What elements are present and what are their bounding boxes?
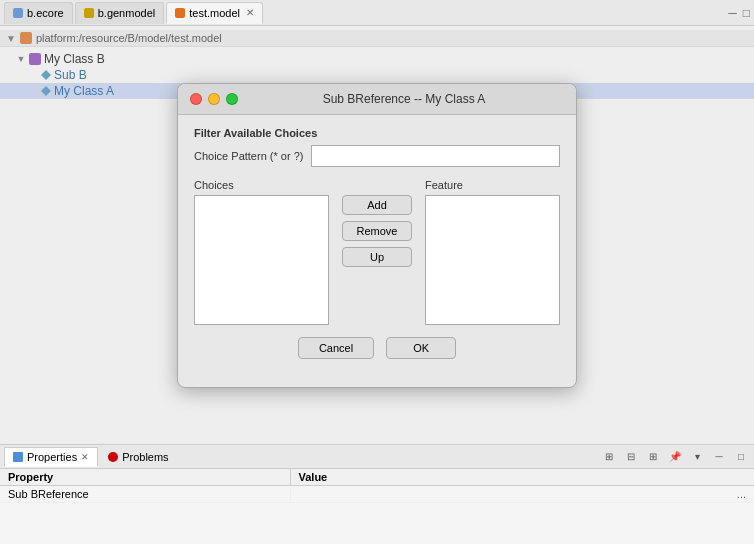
minimize-panel-icon[interactable]: ─ — [710, 448, 728, 466]
main-content: ▼ platform:/resource/B/model/test.model … — [0, 26, 754, 444]
properties-icon — [13, 452, 23, 462]
property-cell: Sub BReference — [0, 486, 290, 503]
action-buttons-column: Add Remove Up — [337, 179, 417, 267]
tab-problems[interactable]: Problems — [100, 447, 176, 467]
choice-pattern-label: Choice Pattern (* or ?) — [194, 150, 303, 162]
model-icon — [175, 8, 185, 18]
expand-icon[interactable]: ⊞ — [644, 448, 662, 466]
tab-b-genmodel-label: b.genmodel — [98, 7, 156, 19]
tab-test-model[interactable]: test.model ✕ — [166, 2, 263, 24]
feature-label: Feature — [425, 179, 560, 191]
choices-section: Choices — [194, 179, 329, 325]
choice-pattern-row: Choice Pattern (* or ?) — [194, 145, 560, 167]
feature-listbox[interactable] — [425, 195, 560, 325]
tab-properties[interactable]: Properties ✕ — [4, 447, 98, 467]
maximize-panel-icon[interactable]: □ — [732, 448, 750, 466]
new-tab-icon[interactable]: ⊞ — [600, 448, 618, 466]
cancel-button[interactable]: Cancel — [298, 337, 374, 359]
ecore-icon — [13, 8, 23, 18]
modal-overlay: Sub BReference -- My Class A Filter Avai… — [0, 26, 754, 444]
value-col-header: Value — [290, 469, 754, 486]
tab-b-ecore[interactable]: b.ecore — [4, 2, 73, 24]
tab-test-model-label: test.model — [189, 7, 240, 19]
property-col-header: Property — [0, 469, 290, 486]
problems-icon — [108, 452, 118, 462]
genmodel-icon — [84, 8, 94, 18]
chevron-down-icon[interactable]: ▾ — [688, 448, 706, 466]
modal-titlebar: Sub BReference -- My Class A — [178, 84, 576, 115]
tree-panel: ▼ platform:/resource/B/model/test.model … — [0, 26, 754, 444]
modal-max-btn[interactable] — [226, 93, 238, 105]
modal-title: Sub BReference -- My Class A — [244, 92, 564, 106]
bottom-toolbar: ⊞ ⊟ ⊞ 📌 ▾ ─ □ — [600, 448, 750, 466]
tab-bar: b.ecore b.genmodel test.model ✕ ─ □ — [0, 0, 754, 26]
modal-body: Filter Available Choices Choice Pattern … — [178, 115, 576, 371]
tab-properties-label: Properties — [27, 451, 77, 463]
value-dots[interactable]: ... — [737, 488, 746, 500]
modal-footer: Cancel OK — [194, 325, 560, 359]
filter-section: Filter Available Choices Choice Pattern … — [194, 127, 560, 167]
up-button[interactable]: Up — [342, 247, 412, 267]
choices-listbox[interactable] — [194, 195, 329, 325]
collapse-icon[interactable]: ⊟ — [622, 448, 640, 466]
filter-label: Filter Available Choices — [194, 127, 560, 139]
remove-button[interactable]: Remove — [342, 221, 412, 241]
tab-close-icon[interactable]: ✕ — [246, 7, 254, 18]
maximize-icon[interactable]: □ — [743, 6, 750, 20]
tab-b-ecore-label: b.ecore — [27, 7, 64, 19]
table-row: Sub BReference ... — [0, 486, 754, 503]
modal-close-btn[interactable] — [190, 93, 202, 105]
tab-problems-label: Problems — [122, 451, 168, 463]
tab-bar-controls: ─ □ — [728, 6, 750, 20]
tab-b-genmodel[interactable]: b.genmodel — [75, 2, 165, 24]
minimize-icon[interactable]: ─ — [728, 6, 737, 20]
choices-feature-row: Choices Add Remove Up Feature — [194, 179, 560, 325]
modal-min-btn[interactable] — [208, 93, 220, 105]
properties-table: Property Value Sub BReference ... — [0, 469, 754, 503]
pin-icon[interactable]: 📌 — [666, 448, 684, 466]
choices-label: Choices — [194, 179, 329, 191]
choice-pattern-input[interactable] — [311, 145, 560, 167]
bottom-panel: Properties ✕ Problems ⊞ ⊟ ⊞ 📌 ▾ ─ □ Prop… — [0, 444, 754, 544]
feature-section: Feature — [425, 179, 560, 325]
modal-dialog: Sub BReference -- My Class A Filter Avai… — [177, 83, 577, 388]
add-button[interactable]: Add — [342, 195, 412, 215]
bottom-tab-bar: Properties ✕ Problems ⊞ ⊟ ⊞ 📌 ▾ ─ □ — [0, 445, 754, 469]
tab-properties-close[interactable]: ✕ — [81, 452, 89, 462]
ok-button[interactable]: OK — [386, 337, 456, 359]
value-cell: ... — [290, 486, 754, 503]
